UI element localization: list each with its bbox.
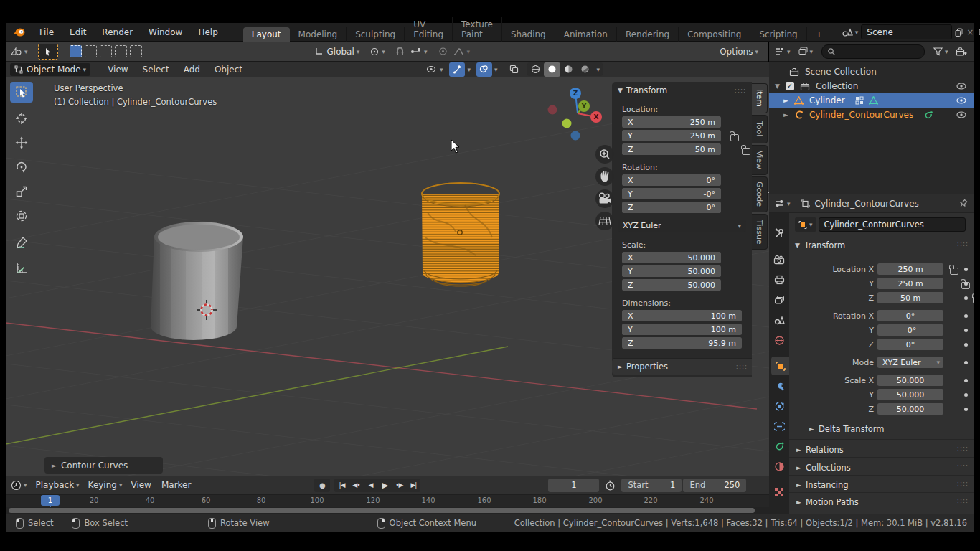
properties-subpanel-collapse[interactable]: ► <box>618 363 623 370</box>
animate-dot[interactable] <box>964 314 968 318</box>
outliner-row-cylinder[interactable]: ► Cylinder <box>769 93 974 108</box>
shading-rendered-button[interactable] <box>577 62 593 77</box>
scene-unlink-icon[interactable]: × <box>966 27 974 37</box>
expand-icon[interactable]: ▼ <box>775 83 780 90</box>
rotation-z-field[interactable]: Z0° <box>622 202 721 213</box>
mode-dropdown[interactable]: Object Mode ▾ <box>10 63 90 76</box>
select-mode-subtract[interactable] <box>100 45 112 57</box>
active-tool-icon[interactable] <box>38 44 58 60</box>
use-preview-range-button[interactable] <box>605 480 616 491</box>
panel-grip[interactable]: :::: <box>957 497 969 504</box>
select-mode-intersect[interactable] <box>130 45 142 57</box>
transform-panel-collapse[interactable]: ▼ <box>795 242 800 249</box>
panel-grip[interactable]: :::: <box>735 87 746 94</box>
properties-subpanel-title[interactable]: Properties <box>626 362 668 372</box>
viewport-menu-add[interactable]: Add <box>176 65 207 75</box>
cylinder-contourcurves-object[interactable] <box>422 183 499 286</box>
location-y-field[interactable]: Y250 m <box>622 130 721 141</box>
prop-rotation-mode-dropdown[interactable]: XYZ Euler ▾ <box>877 357 943 368</box>
pivot-point-dropdown[interactable]: ▾ <box>369 47 385 57</box>
tool-measure[interactable] <box>10 257 33 278</box>
lock-icon[interactable] <box>730 134 739 141</box>
prev-keyframe-button[interactable]: ◀• <box>349 481 363 489</box>
tool-transform[interactable] <box>10 205 33 226</box>
expand-icon[interactable]: ► <box>783 97 788 104</box>
gizmos-dropdown[interactable]: ▾ <box>467 66 471 73</box>
timeline-ruler[interactable]: 20 40 60 80 100 120 140 160 180 200 220 … <box>6 495 769 507</box>
transform-panel-collapse[interactable]: ▼ <box>618 87 623 94</box>
lock-icon[interactable] <box>950 268 958 275</box>
tool-select-box[interactable] <box>10 82 33 103</box>
scale-y-field[interactable]: Y50.000 <box>622 265 721 277</box>
viewport-menu-view[interactable]: View <box>100 65 135 75</box>
tab-constraints[interactable] <box>769 417 789 435</box>
viewport-3d[interactable]: Object Mode ▾ View Select Add Object ▾ <box>6 62 769 476</box>
dimensions-z-field[interactable]: Z95.9 m <box>622 337 742 349</box>
panel-instancing[interactable]: ► Instancing <box>796 480 849 490</box>
animate-dot[interactable] <box>964 329 968 332</box>
workspace-tab-texture-paint[interactable]: Texture Paint <box>453 17 502 42</box>
tool-annotate[interactable] <box>10 232 33 253</box>
transform-panel-title[interactable]: Transform <box>626 85 667 95</box>
workspace-tab-uv-editing[interactable]: UV Editing <box>405 17 453 42</box>
play-button[interactable]: ▶ <box>377 481 392 490</box>
current-frame-field[interactable]: 1 <box>548 479 599 492</box>
animate-dot[interactable] <box>964 296 968 300</box>
tool-move[interactable] <box>10 132 33 153</box>
outliner-row-scene-collection[interactable]: Scene Collection <box>769 65 974 79</box>
timeline-scrollbar[interactable] <box>9 508 755 513</box>
eye-icon[interactable] <box>956 83 967 90</box>
workspace-tab-shading[interactable]: Shading <box>502 27 555 42</box>
pin-icon[interactable] <box>959 199 968 208</box>
viewport-menu-select[interactable]: Select <box>136 65 176 75</box>
auto-keying-button[interactable]: ● <box>314 479 330 492</box>
options-button[interactable]: Options ▾ <box>720 47 758 57</box>
axis-ball-neg-x[interactable] <box>548 105 557 115</box>
rotation-mode-dropdown[interactable]: XYZ Euler ▾ <box>618 220 746 232</box>
menu-help[interactable]: Help <box>190 27 225 37</box>
shading-material-button[interactable] <box>560 62 577 77</box>
gizmos-toggle[interactable] <box>449 62 465 77</box>
timeline-view-menu[interactable]: View <box>131 480 151 490</box>
panel-collections[interactable]: ► Collections <box>796 463 851 473</box>
workspace-tab-rendering[interactable]: Rendering <box>617 27 679 42</box>
location-x-field[interactable]: X250 m <box>622 116 721 128</box>
viewport-menu-object[interactable]: Object <box>207 65 250 75</box>
scene-icon[interactable]: ▾ <box>842 27 859 37</box>
outliner-display-mode-dropdown[interactable]: ▾ <box>775 47 791 56</box>
prop-rotation-x-field[interactable]: 0° <box>877 310 943 321</box>
snap-settings-dropdown[interactable]: ▾ <box>410 47 428 56</box>
outliner-filter-type-dropdown[interactable]: ▾ <box>798 47 814 56</box>
workspace-tab-layout[interactable]: Layout <box>243 27 290 42</box>
tool-cursor[interactable] <box>10 108 33 128</box>
prop-scale-z-field[interactable]: 50.000 <box>877 403 943 415</box>
transform-orientation-dropdown[interactable]: Global ▾ <box>314 47 360 57</box>
transform-panel-title[interactable]: Transform <box>804 240 845 250</box>
dimensions-x-field[interactable]: X100 m <box>622 310 742 321</box>
playhead[interactable]: 1 <box>41 495 60 506</box>
next-keyframe-button[interactable]: •▶ <box>392 481 406 489</box>
npanel-tab-gcode[interactable]: Gcode <box>752 176 768 212</box>
tab-texture[interactable] <box>769 483 789 501</box>
tab-material[interactable] <box>769 457 789 476</box>
npanel-tab-tissue[interactable]: Tissue <box>752 214 768 250</box>
redo-panel[interactable]: ► Contour Curves <box>44 457 163 474</box>
panel-grip[interactable]: :::: <box>957 463 969 470</box>
menu-file[interactable]: File <box>32 27 62 37</box>
prop-scale-y-field[interactable]: 50.000 <box>877 389 943 400</box>
panel-grip[interactable]: :::: <box>957 240 969 248</box>
scene-name-field[interactable]: Scene <box>861 24 952 39</box>
new-collection-button[interactable] <box>956 47 967 57</box>
workspace-tab-scripting[interactable]: Scripting <box>750 27 806 42</box>
animate-dot[interactable] <box>964 361 968 364</box>
axis-ball-neg-z[interactable] <box>571 131 580 141</box>
visibility-dropdown[interactable]: ▾ <box>426 65 443 73</box>
play-reverse-button[interactable]: ◀ <box>363 481 377 489</box>
animate-dot[interactable] <box>964 268 968 271</box>
add-workspace-button[interactable]: + <box>807 27 831 42</box>
animate-dot[interactable] <box>964 408 968 411</box>
playback-menu[interactable]: Playback▾ <box>36 480 80 490</box>
panel-relations[interactable]: ► Relations <box>796 445 844 455</box>
keying-menu[interactable]: Keying▾ <box>88 480 123 490</box>
prop-rotation-y-field[interactable]: -0° <box>877 324 943 336</box>
